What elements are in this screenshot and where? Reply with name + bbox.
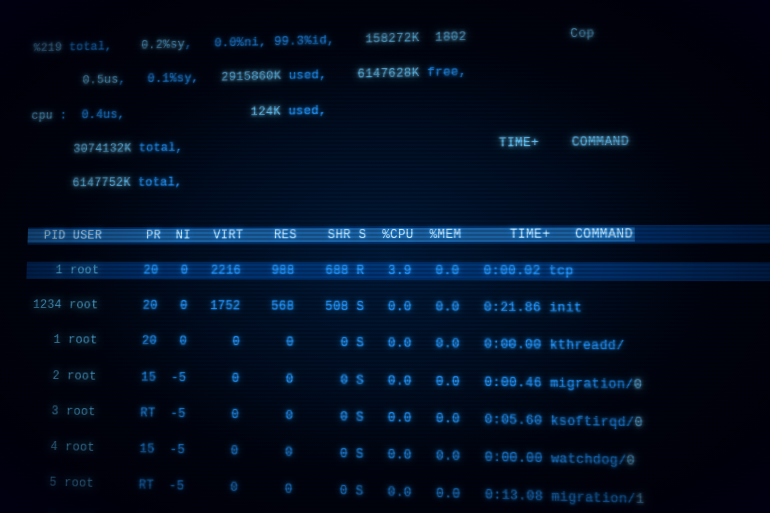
column-header-line: PID USER PR NI VIRT RES SHR S %CPU %MEM … [27, 224, 770, 244]
process-row-6: 4 root 15 -5 0 0 0 S 0.0 0.0 0:00.00 wat… [21, 437, 770, 475]
stats-line-5: 6147752K total, [29, 168, 770, 193]
process-row-7: 5 root RT -5 0 0 0 S 0.0 0.0 0:13.08 mig… [20, 473, 770, 513]
stats-line-4: 3074132K total, TIME+ COMMAND [30, 130, 770, 158]
process-row-5: 3 root RT -5 0 0 0 S 0.0 0.0 0:05.60 kso… [22, 402, 770, 436]
stats-line-2: 0.5us, 0.1%sy, 2915860K used, 6147628K f… [32, 56, 770, 90]
terminal-output: %219 total, 0.2%sy, 0.0%ni, 99.3%id, 158… [7, 2, 770, 513]
stats-line-6 [29, 205, 770, 210]
process-row-4: 2 root 15 -5 0 0 0 S 0.0 0.0 0:00.46 mig… [23, 366, 770, 396]
process-row-3: 1 root 20 0 0 0 0 S 0.0 0.0 0:00.00 kthr… [24, 331, 770, 358]
process-row-2: 1234 root 20 0 1752 568 508 S 0.0 0.0 0:… [25, 296, 770, 319]
stats-line-3: cpu : 0.4us, 124K used, [31, 93, 770, 124]
terminal-window: %219 total, 0.2%sy, 0.0%ni, 99.3%id, 158… [0, 0, 770, 513]
screen-content: %219 total, 0.2%sy, 0.0%ni, 99.3%id, 158… [20, 2, 770, 513]
process-row-1: 1 root 20 0 2216 988 688 R 3.9 0.0 0:00.… [26, 262, 770, 282]
stats-line-1: %219 total, 0.2%sy, 0.0%ni, 99.3%id, 158… [33, 20, 770, 57]
process-row-8: 6 root 15 -5 0 0 0 S 0.0 0.0 0:00.94 kso… [19, 509, 770, 513]
